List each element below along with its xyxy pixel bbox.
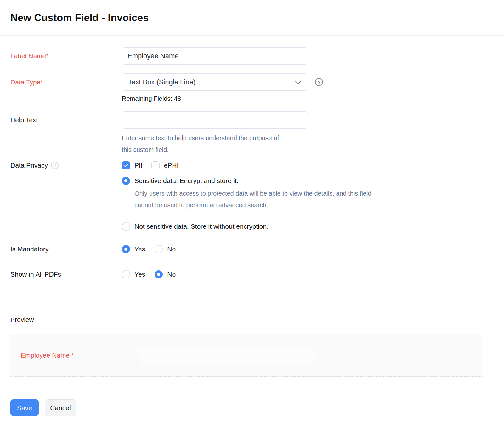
show-in-pdfs-yes-radio[interactable] [122,270,130,278]
custom-field-form: Label Name* Data Type* Text Box (Single … [0,36,504,416]
is-mandatory-row: Is Mandatory Yes No [0,245,504,254]
chevron-down-icon [295,78,301,84]
remaining-fields-text: Remaining Fields: 48 [122,95,323,102]
show-in-pdfs-row: Show in All PDFs Yes No [0,270,504,279]
page-title: New Custom Field - Invoices [10,12,149,24]
ephi-checkbox-option[interactable]: ePHI [151,161,179,170]
label-name-label: Label Name* [0,47,122,65]
show-in-pdfs-no-label: No [167,270,176,279]
preview-field-label: Employee Name * [21,352,138,359]
preview-heading: Preview [10,316,34,326]
dialog-header: New Custom Field - Invoices [0,0,504,36]
ephi-checkbox-label: ePHI [164,161,179,170]
pii-checkbox[interactable] [122,161,130,169]
not-sensitive-data-option: Not sensitive data. Store it without enc… [122,222,388,231]
save-button[interactable]: Save [10,399,39,416]
sensitive-data-description: Only users with access to protected data… [134,188,388,211]
show-in-pdfs-yes-option[interactable]: Yes [122,270,145,279]
show-in-pdfs-label: Show in All PDFs [0,270,122,279]
help-text-input[interactable] [122,111,308,129]
data-type-row: Data Type* Text Box (Single Line) ? Rema… [0,73,504,102]
is-mandatory-no-radio[interactable] [155,245,163,253]
preview-panel: Employee Name * [10,334,482,377]
is-mandatory-no-label: No [167,245,176,254]
data-type-help-icon[interactable]: ? [315,78,323,86]
not-sensitive-data-radio[interactable] [122,222,130,231]
data-type-label: Data Type* [0,73,122,91]
pii-checkbox-label: PII [134,161,143,170]
help-text-label: Help Text [0,111,122,129]
data-privacy-help-icon[interactable]: ? [51,162,59,169]
sensitive-data-radio[interactable] [122,177,130,185]
is-mandatory-yes-label: Yes [134,245,145,254]
cancel-button[interactable]: Cancel [45,399,76,416]
sensitive-data-option: Sensitive data. Encrypt and store it. On… [122,176,388,211]
is-mandatory-yes-radio[interactable] [122,245,130,253]
label-name-input[interactable] [122,47,308,65]
pii-checkbox-option[interactable]: PII [122,161,143,170]
label-name-row: Label Name* [0,47,504,65]
ephi-checkbox[interactable] [151,161,160,169]
data-type-selected-value: Text Box (Single Line) [128,78,195,86]
show-in-pdfs-yes-label: Yes [134,270,145,279]
show-in-pdfs-no-radio[interactable] [155,270,163,278]
show-in-pdfs-no-option[interactable]: No [155,270,176,279]
help-text-row: Help Text Enter some text to help users … [0,111,504,156]
is-mandatory-label: Is Mandatory [0,245,122,254]
preview-field-input[interactable] [138,347,315,364]
is-mandatory-no-option[interactable]: No [155,245,176,254]
footer-divider [10,388,482,388]
sensitive-data-radio-label: Sensitive data. Encrypt and store it. [134,176,238,185]
not-sensitive-data-radio-label: Not sensitive data. Store it without enc… [134,222,269,231]
data-privacy-label: Data Privacy [10,161,48,170]
help-text-hint: Enter some text to help users understand… [122,132,289,156]
data-privacy-row: Data Privacy ? PII ePHI Sensitive data. … [0,161,504,231]
is-mandatory-yes-option[interactable]: Yes [122,245,145,254]
data-type-select[interactable]: Text Box (Single Line) [122,73,308,91]
